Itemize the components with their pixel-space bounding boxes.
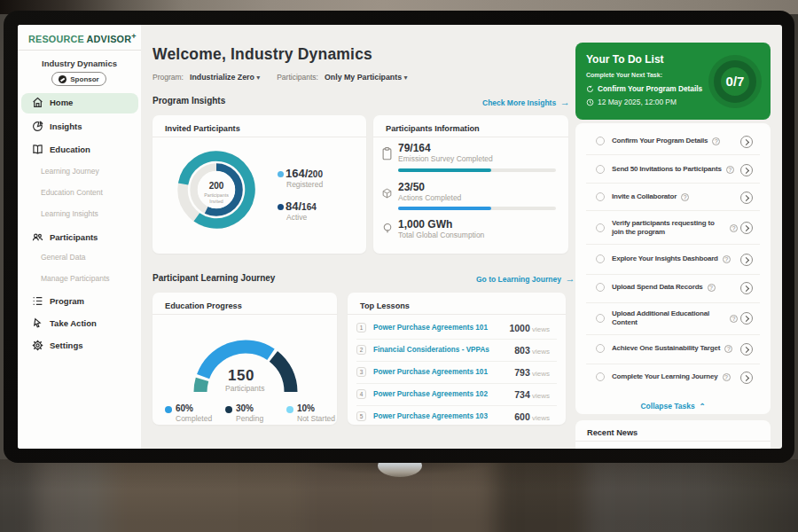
svg-text:Participants: Participants bbox=[204, 192, 229, 198]
svg-text:200: 200 bbox=[209, 181, 224, 191]
svg-text:Invited: Invited bbox=[209, 199, 223, 204]
